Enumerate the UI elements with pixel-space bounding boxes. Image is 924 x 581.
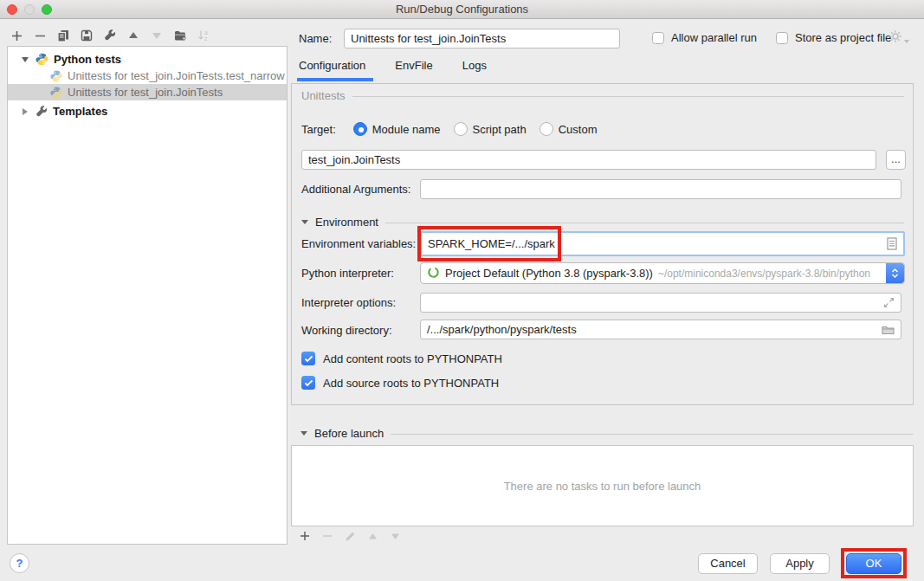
move-task-up-icon [366, 530, 378, 542]
help-button[interactable]: ? [10, 553, 29, 573]
add-configuration-icon[interactable] [10, 29, 23, 42]
divider [352, 96, 904, 97]
radio-selected-icon[interactable] [353, 122, 367, 136]
python-icon [50, 70, 62, 82]
checkbox-unchecked-icon[interactable] [652, 32, 664, 44]
chevron-down-icon[interactable] [22, 57, 29, 62]
python-icon [36, 53, 48, 66]
expand-field-icon[interactable] [883, 297, 895, 308]
tab-logs[interactable]: Logs [462, 59, 487, 77]
name-input[interactable]: Unittests for test_join.JoinTests [344, 29, 620, 48]
chevron-down-icon [904, 40, 909, 43]
python-interpreter-select[interactable]: Project Default (Python 3.8 (pyspark-3.8… [420, 262, 905, 284]
tree-item-label: Unittests for test_join.JoinTests.test_n… [68, 69, 285, 82]
sort-configurations-icon: az [197, 29, 210, 42]
radio-script-path[interactable]: Script path [454, 122, 527, 136]
apply-button[interactable]: Apply [770, 553, 830, 574]
target-label: Target: [301, 123, 336, 136]
before-launch-label: Before launch [314, 427, 384, 440]
save-configuration-icon[interactable] [81, 29, 93, 42]
tree-item-unittests-jointests-selected[interactable]: Unittests for test_join.JoinTests [8, 84, 287, 100]
checkbox-checked-icon[interactable] [301, 376, 315, 390]
tab-configuration[interactable]: Configuration [299, 59, 365, 77]
interpreter-options-input[interactable] [420, 293, 901, 313]
cancel-button[interactable]: Cancel [698, 553, 758, 574]
radio-unselected-icon[interactable] [540, 122, 553, 136]
environment-section-label: Environment [315, 216, 378, 229]
folder-icon[interactable] [882, 325, 895, 335]
configurations-toolbar: az [10, 29, 210, 42]
unittests-group-header: Unittests [301, 89, 904, 102]
interpreter-path: ~/opt/miniconda3/envs/pyspark-3.8/bin/py… [658, 268, 870, 280]
add-source-roots-label: Add source roots to PYTHONPATH [323, 377, 499, 390]
checkbox-unchecked-icon[interactable] [776, 32, 788, 44]
gear-icon[interactable] [888, 29, 902, 46]
edit-variables-icon[interactable] [887, 237, 897, 250]
svg-text:z: z [204, 36, 208, 42]
working-directory-value: /.../spark/python/pyspark/tests [427, 323, 577, 336]
radio-label: Custom [559, 123, 598, 136]
remove-configuration-icon[interactable] [34, 29, 46, 42]
radio-custom[interactable]: Custom [540, 122, 598, 136]
tree-item-unittests-narrow[interactable]: Unittests for test_join.JoinTests.test_n… [8, 68, 287, 84]
add-content-roots-checkbox[interactable]: Add content roots to PYTHONPATH [301, 352, 502, 365]
environment-variables-label: Environment variables: [301, 237, 416, 250]
working-directory-input[interactable]: /.../spark/python/pyspark/tests [420, 320, 901, 339]
python-icon [50, 87, 62, 99]
checkbox-checked-icon[interactable] [301, 352, 315, 365]
before-launch-header[interactable]: Before launch [291, 427, 914, 440]
configurations-tree: Python tests Unittests for test_join.Joi… [7, 46, 288, 545]
environment-section-header[interactable]: Environment [301, 216, 904, 229]
target-input[interactable]: test_join.JoinTests [301, 150, 876, 170]
traffic-lights [7, 4, 52, 15]
edit-task-icon [344, 530, 356, 542]
radio-unselected-icon[interactable] [454, 122, 468, 136]
collapse-triangle-icon[interactable] [300, 431, 307, 436]
copy-configuration-icon[interactable] [57, 29, 69, 42]
remove-task-icon [321, 530, 333, 542]
store-as-project-file-checkbox[interactable]: Store as project file [776, 31, 891, 44]
svg-text:a: a [204, 29, 208, 36]
interpreter-options-label: Interpreter options: [301, 296, 396, 309]
environment-variables-input[interactable]: SPARK_HOME=/.../spark [420, 231, 905, 256]
conda-environment-icon [427, 266, 440, 281]
configuration-panel: Unittests Target: Module name Script pat… [291, 83, 914, 405]
move-task-down-icon [389, 530, 401, 542]
add-source-roots-checkbox[interactable]: Add source roots to PYTHONPATH [301, 376, 499, 390]
tree-item-label: Templates [53, 105, 107, 118]
environment-variables-value: SPARK_HOME=/.../spark [428, 237, 555, 250]
move-up-icon[interactable] [127, 29, 139, 42]
target-value: test_join.JoinTests [308, 153, 400, 166]
add-content-roots-label: Add content roots to PYTHONPATH [323, 352, 502, 365]
name-label: Name: [299, 32, 332, 45]
dropdown-arrows-icon[interactable] [886, 263, 904, 283]
radio-module-name[interactable]: Module name [353, 122, 441, 136]
store-options-gear[interactable] [888, 29, 909, 46]
new-folder-icon[interactable] [174, 29, 186, 42]
tree-item-python-tests[interactable]: Python tests [8, 51, 287, 68]
tree-item-label: Unittests for test_join.JoinTests [68, 86, 223, 99]
collapse-triangle-icon[interactable] [301, 220, 308, 224]
target-row: Target: Module name Script path Custom [301, 122, 610, 136]
add-task-icon[interactable] [299, 530, 311, 542]
window-title: Run/Debug Configurations [0, 0, 924, 18]
move-down-icon [151, 29, 163, 42]
tab-envfile[interactable]: EnvFile [395, 59, 432, 77]
edit-templates-icon[interactable] [104, 29, 116, 42]
divider [385, 223, 904, 223]
browse-button[interactable]: ... [886, 150, 906, 170]
interpreter-name: Project Default (Python 3.8 (pyspark-3.8… [445, 267, 653, 280]
tree-item-templates[interactable]: Templates [8, 103, 287, 119]
store-as-project-file-label: Store as project file [795, 31, 891, 44]
additional-arguments-label: Additional Arguments: [301, 183, 410, 196]
close-window-button[interactable] [7, 4, 17, 15]
chevron-right-icon[interactable] [23, 108, 28, 115]
tree-item-label: Python tests [54, 53, 121, 66]
zoom-window-button[interactable] [42, 4, 52, 15]
working-directory-label: Working directory: [301, 324, 392, 337]
unittests-group-label: Unittests [301, 89, 346, 102]
allow-parallel-run-checkbox[interactable]: Allow parallel run [652, 31, 757, 44]
active-tab-indicator [297, 78, 373, 81]
additional-arguments-input[interactable] [420, 179, 901, 199]
no-tasks-message: There are no tasks to run before launch [504, 480, 701, 493]
